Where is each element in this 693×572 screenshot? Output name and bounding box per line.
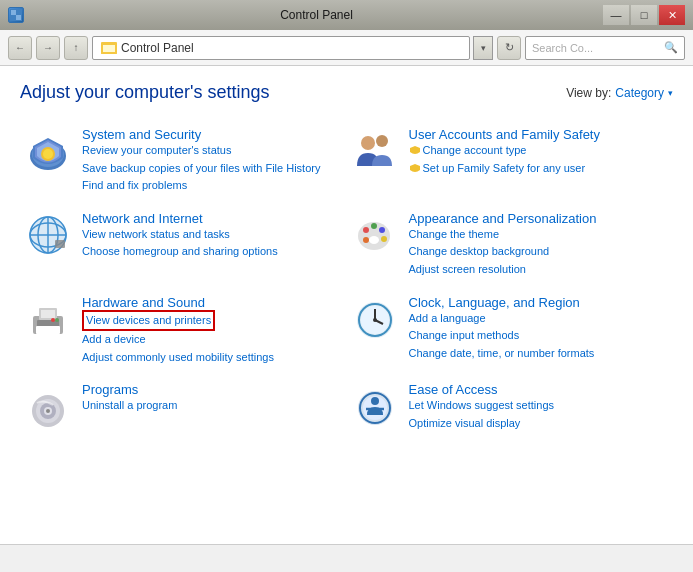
svg-point-20: [363, 227, 369, 233]
clock-link-2[interactable]: Change date, time, or number formats: [409, 345, 666, 363]
categories-grid: System and Security Review your computer…: [20, 119, 673, 441]
hardware-link-0[interactable]: View devices and printers: [86, 312, 211, 330]
ease-of-access-title[interactable]: Ease of Access: [409, 382, 498, 397]
clock-content: Clock, Language, and Region Add a langua…: [409, 295, 666, 363]
window-icon: [8, 7, 24, 23]
system-security-link-0[interactable]: Review your computer's status: [82, 142, 339, 160]
view-by: View by: Category ▾: [566, 86, 673, 100]
hardware-content: Hardware and Sound View devices and prin…: [82, 295, 339, 367]
user-accounts-link-0[interactable]: Change account type: [409, 142, 666, 160]
ease-of-access-link-0[interactable]: Let Windows suggest settings: [409, 397, 666, 415]
system-security-icon: [24, 127, 72, 175]
svg-rect-18: [55, 240, 65, 248]
view-devices-highlight: View devices and printers: [82, 310, 215, 332]
network-content: Network and Internet View network status…: [82, 211, 339, 261]
title-bar: Control Panel — □ ✕: [0, 0, 693, 30]
user-accounts-link-1[interactable]: Set up Family Safety for any user: [409, 160, 666, 178]
user-accounts-title[interactable]: User Accounts and Family Safety: [409, 127, 600, 142]
user-accounts-icon: [351, 127, 399, 175]
clock-title[interactable]: Clock, Language, and Region: [409, 295, 580, 310]
programs-icon: [24, 382, 72, 430]
category-hardware: Hardware and Sound View devices and prin…: [20, 287, 347, 375]
svg-rect-2: [16, 15, 21, 20]
category-ease-of-access: Ease of Access Let Windows suggest setti…: [347, 374, 674, 440]
clock-icon: [351, 295, 399, 343]
appearance-link-0[interactable]: Change the theme: [409, 226, 666, 244]
viewby-arrow-icon[interactable]: ▾: [668, 88, 673, 98]
clock-link-0[interactable]: Add a language: [409, 310, 666, 328]
clock-link-1[interactable]: Change input methods: [409, 327, 666, 345]
forward-button[interactable]: →: [36, 36, 60, 60]
window-controls: — □ ✕: [603, 5, 685, 25]
svg-point-32: [51, 318, 55, 322]
window-title: Control Panel: [30, 8, 603, 22]
system-security-link-2[interactable]: Find and fix problems: [82, 177, 339, 195]
category-user-accounts: User Accounts and Family Safety Change a…: [347, 119, 674, 203]
category-system-security: System and Security Review your computer…: [20, 119, 347, 203]
content-header: Adjust your computer's settings View by:…: [20, 82, 673, 103]
maximize-button[interactable]: □: [631, 5, 657, 25]
svg-rect-5: [103, 45, 115, 52]
address-dropdown[interactable]: ▾: [473, 36, 493, 60]
svg-rect-30: [41, 310, 55, 318]
hardware-link-1[interactable]: Add a device: [82, 331, 339, 349]
close-button[interactable]: ✕: [659, 5, 685, 25]
appearance-link-1[interactable]: Change desktop background: [409, 243, 666, 261]
svg-point-22: [379, 227, 385, 233]
network-link-1[interactable]: Choose homegroup and sharing options: [82, 243, 339, 261]
system-security-content: System and Security Review your computer…: [82, 127, 339, 195]
ease-of-access-link-1[interactable]: Optimize visual display: [409, 415, 666, 433]
svg-point-23: [381, 236, 387, 242]
network-icon: [24, 211, 72, 259]
category-programs: Programs Uninstall a program: [20, 374, 347, 440]
svg-rect-28: [36, 326, 60, 334]
user-accounts-content: User Accounts and Family Safety Change a…: [409, 127, 666, 177]
address-text: Control Panel: [121, 41, 194, 55]
hardware-icon: [24, 295, 72, 343]
hardware-link-2[interactable]: Adjust commonly used mobility settings: [82, 349, 339, 367]
category-appearance: Appearance and Personalization Change th…: [347, 203, 674, 287]
svg-point-11: [376, 135, 388, 147]
appearance-icon: [351, 211, 399, 259]
search-icon: 🔍: [664, 41, 678, 54]
svg-point-25: [369, 236, 379, 244]
svg-point-38: [373, 318, 377, 322]
appearance-content: Appearance and Personalization Change th…: [409, 211, 666, 279]
viewby-label: View by:: [566, 86, 611, 100]
svg-point-47: [371, 397, 379, 405]
system-security-link-1[interactable]: Save backup copies of your files with Fi…: [82, 160, 339, 178]
category-network: Network and Internet View network status…: [20, 203, 347, 287]
svg-point-10: [361, 136, 375, 150]
appearance-title[interactable]: Appearance and Personalization: [409, 211, 597, 226]
page-heading: Adjust your computer's settings: [20, 82, 270, 103]
svg-point-24: [363, 237, 369, 243]
system-security-title[interactable]: System and Security: [82, 127, 201, 142]
ease-of-access-content: Ease of Access Let Windows suggest setti…: [409, 382, 666, 432]
category-clock: Clock, Language, and Region Add a langua…: [347, 287, 674, 375]
status-bar: [0, 544, 693, 572]
address-path[interactable]: Control Panel: [92, 36, 470, 60]
svg-point-43: [46, 409, 50, 413]
network-title[interactable]: Network and Internet: [82, 211, 203, 226]
viewby-value[interactable]: Category: [615, 86, 664, 100]
search-box[interactable]: Search Co... 🔍: [525, 36, 685, 60]
ease-of-access-icon: [351, 382, 399, 430]
back-button[interactable]: ←: [8, 36, 32, 60]
svg-point-21: [371, 223, 377, 229]
svg-rect-1: [11, 10, 16, 15]
programs-title[interactable]: Programs: [82, 382, 138, 397]
refresh-button[interactable]: ↻: [497, 36, 521, 60]
content-area: Adjust your computer's settings View by:…: [0, 66, 693, 544]
svg-point-9: [43, 149, 53, 159]
hardware-title[interactable]: Hardware and Sound: [82, 295, 205, 310]
address-bar: ← → ↑ Control Panel ▾ ↻ Search Co... 🔍: [0, 30, 693, 66]
svg-point-31: [55, 318, 59, 322]
programs-content: Programs Uninstall a program: [82, 382, 339, 415]
up-button[interactable]: ↑: [64, 36, 88, 60]
appearance-link-2[interactable]: Adjust screen resolution: [409, 261, 666, 279]
network-link-0[interactable]: View network status and tasks: [82, 226, 339, 244]
search-placeholder: Search Co...: [532, 42, 593, 54]
minimize-button[interactable]: —: [603, 5, 629, 25]
programs-link-0[interactable]: Uninstall a program: [82, 397, 339, 415]
